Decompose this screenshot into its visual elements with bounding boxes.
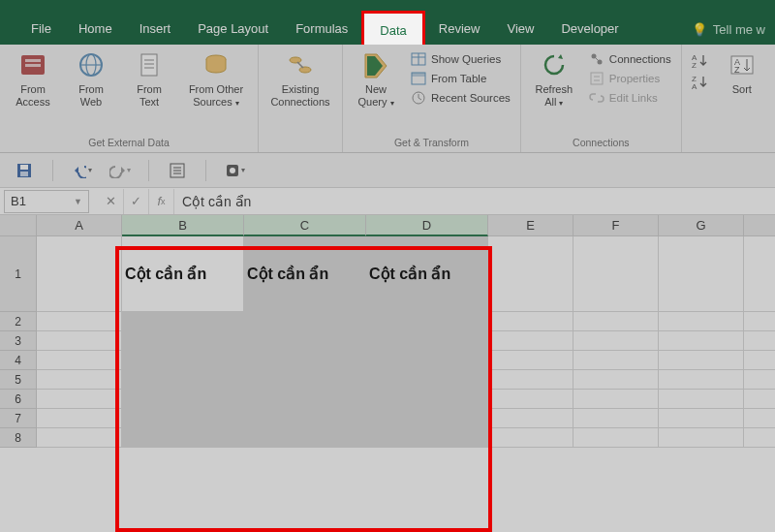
sort-desc-button[interactable]: ZA	[690, 74, 709, 91]
col-header-a[interactable]: A	[37, 215, 122, 236]
cell-f4[interactable]	[574, 351, 659, 370]
formula-input[interactable]: Cột cần ẩn	[174, 194, 775, 209]
cell-c8[interactable]	[244, 428, 366, 448]
cell-b8[interactable]	[122, 428, 244, 448]
cell-d4[interactable]	[366, 351, 488, 370]
cell-e8[interactable]	[488, 428, 574, 448]
cell-b3[interactable]	[122, 331, 244, 351]
name-box[interactable]: B1 ▼	[4, 190, 89, 213]
cell-b5[interactable]	[122, 370, 244, 390]
col-header-e[interactable]: E	[488, 215, 574, 236]
cell-a5[interactable]	[37, 370, 122, 390]
cell-f8[interactable]	[574, 428, 659, 448]
from-access-button[interactable]: FromAccess	[8, 48, 58, 108]
col-header-b[interactable]: B	[122, 215, 244, 236]
tab-developer[interactable]: Developer	[547, 14, 632, 45]
new-query-button[interactable]: NewQuery ▾	[351, 48, 401, 108]
cell-f3[interactable]	[574, 331, 659, 351]
row-header-8[interactable]: 8	[0, 428, 37, 448]
col-header-c[interactable]: C	[244, 215, 366, 236]
cell-f7[interactable]	[574, 409, 659, 428]
cell-a8[interactable]	[37, 428, 122, 448]
chevron-down-icon[interactable]: ▼	[74, 197, 82, 206]
cell-f5[interactable]	[574, 370, 659, 390]
redo-button[interactable]: ▾	[109, 160, 131, 181]
col-header-d[interactable]: D	[366, 215, 488, 236]
row-header-7[interactable]: 7	[0, 409, 37, 428]
cell-h6[interactable]	[744, 390, 775, 409]
cell-c7[interactable]	[244, 409, 366, 428]
cell-a2[interactable]	[37, 312, 122, 331]
col-header-g[interactable]: G	[659, 215, 744, 236]
cell-b4[interactable]	[122, 351, 244, 370]
cell-e1[interactable]	[488, 236, 574, 312]
tab-review[interactable]: Review	[425, 14, 494, 45]
from-other-sources-button[interactable]: From OtherSources ▾	[182, 48, 250, 108]
qat-macro-button[interactable]: ▾	[224, 160, 245, 181]
cell-a3[interactable]	[37, 331, 122, 351]
from-text-button[interactable]: FromText	[124, 48, 174, 108]
cell-a6[interactable]	[37, 390, 122, 409]
cell-c3[interactable]	[244, 331, 366, 351]
from-table-button[interactable]: From Table	[409, 70, 512, 87]
recent-sources-button[interactable]: Recent Sources	[409, 89, 512, 107]
cell-d3[interactable]	[366, 331, 488, 351]
cell-g4[interactable]	[659, 351, 744, 370]
cell-h4[interactable]	[744, 351, 775, 370]
col-header-f[interactable]: F	[574, 215, 659, 236]
sort-asc-button[interactable]: AZ	[690, 52, 709, 70]
cell-d6[interactable]	[366, 390, 488, 409]
cell-h1[interactable]	[744, 236, 775, 312]
existing-connections-button[interactable]: ExistingConnections	[266, 48, 334, 108]
row-header-1[interactable]: 1	[0, 236, 37, 312]
insert-function-button[interactable]: fx	[149, 189, 174, 214]
enter-formula-button[interactable]: ✓	[124, 189, 149, 214]
row-header-6[interactable]: 6	[0, 390, 37, 409]
cell-g6[interactable]	[659, 390, 744, 409]
col-header-h[interactable]: H	[744, 215, 775, 236]
cell-h8[interactable]	[744, 428, 775, 448]
tab-file[interactable]: File	[17, 14, 65, 45]
cell-b2[interactable]	[122, 312, 244, 331]
row-header-2[interactable]: 2	[0, 312, 37, 331]
cell-a7[interactable]	[37, 409, 122, 428]
cell-e6[interactable]	[488, 390, 574, 409]
cell-f1[interactable]	[574, 236, 659, 312]
from-web-button[interactable]: FromWeb	[66, 48, 116, 108]
cell-b6[interactable]	[122, 390, 244, 409]
qat-form-button[interactable]	[167, 160, 188, 181]
cell-f2[interactable]	[574, 312, 659, 331]
tab-insert[interactable]: Insert	[126, 14, 185, 45]
cell-d8[interactable]	[366, 428, 488, 448]
cell-h3[interactable]	[744, 331, 775, 351]
cell-h2[interactable]	[744, 312, 775, 331]
cell-a1[interactable]	[37, 236, 122, 312]
cell-e2[interactable]	[488, 312, 574, 331]
save-button[interactable]	[14, 160, 35, 181]
cell-f6[interactable]	[574, 390, 659, 409]
tab-home[interactable]: Home	[65, 14, 126, 45]
cell-c5[interactable]	[244, 370, 366, 390]
cell-c1[interactable]: Cột cần ẩn	[244, 236, 366, 312]
cell-c2[interactable]	[244, 312, 366, 331]
cell-e4[interactable]	[488, 351, 574, 370]
cell-d7[interactable]	[366, 409, 488, 428]
refresh-all-button[interactable]: RefreshAll ▾	[529, 48, 579, 108]
cell-g7[interactable]	[659, 409, 744, 428]
cell-g2[interactable]	[659, 312, 744, 331]
cell-c6[interactable]	[244, 390, 366, 409]
select-all-corner[interactable]	[0, 215, 37, 236]
cell-d1[interactable]: Cột cần ẩn	[366, 236, 488, 312]
cell-e7[interactable]	[488, 409, 574, 428]
cell-b1[interactable]: Cột cần ẩn	[122, 236, 244, 312]
cell-e5[interactable]	[488, 370, 574, 390]
tell-me[interactable]: 💡 Tell me w	[692, 22, 775, 37]
tab-page-layout[interactable]: Page Layout	[184, 14, 282, 45]
spreadsheet-grid[interactable]: A B C D E F G H 1 2 3 4 5 6 7 8 Cột cần …	[0, 215, 775, 532]
tab-data[interactable]: Data	[361, 11, 424, 45]
cell-g8[interactable]	[659, 428, 744, 448]
cell-d2[interactable]	[366, 312, 488, 331]
sort-button[interactable]: AZ Sort	[717, 48, 767, 96]
cancel-formula-button[interactable]: ✕	[99, 189, 124, 214]
show-queries-button[interactable]: Show Queries	[409, 50, 512, 68]
